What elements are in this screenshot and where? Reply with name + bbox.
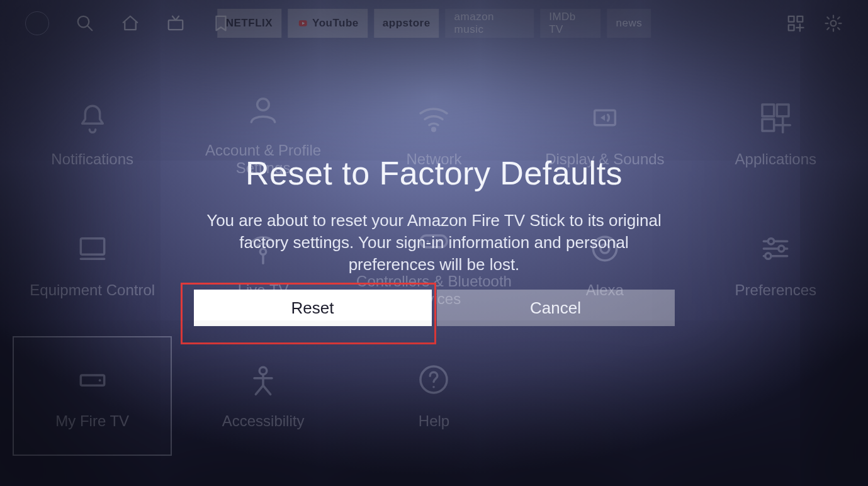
settings-tile-label: Equipment Control	[30, 281, 155, 299]
settings-tile-label: Applications	[735, 150, 816, 168]
settings-tile-label: My Fire TV	[55, 412, 129, 430]
wifi-icon	[416, 100, 451, 135]
svg-line-1	[87, 26, 93, 31]
svg-line-39	[263, 386, 271, 395]
svg-point-32	[765, 253, 771, 259]
svg-point-35	[259, 367, 267, 375]
app-chip[interactable]: YouTube	[288, 9, 368, 38]
svg-point-9	[831, 21, 837, 26]
svg-rect-18	[81, 239, 104, 255]
app-shortcuts: NETFLIXYouTubeappstoreamazon musicIMDb T…	[217, 9, 651, 38]
svg-rect-4	[789, 16, 794, 22]
svg-point-30	[769, 239, 774, 244]
home-icon[interactable]	[121, 14, 140, 33]
svg-point-31	[779, 246, 784, 252]
dialog-title: Reset to Factory Defaults	[176, 154, 692, 192]
svg-line-38	[256, 386, 263, 395]
settings-gear-icon[interactable]	[824, 14, 843, 33]
top-navigation: NETFLIXYouTubeappstoreamazon musicIMDb T…	[0, 11, 868, 35]
settings-tile[interactable]: Help	[354, 336, 514, 456]
bell-icon	[75, 100, 110, 135]
app-chip[interactable]: NETFLIX	[217, 9, 281, 38]
svg-rect-2	[169, 20, 183, 30]
dialog-body: You are about to reset your Amazon Fire …	[201, 210, 667, 276]
monitor-icon	[75, 231, 110, 266]
settings-tile[interactable]: My Fire TV	[13, 336, 172, 456]
settings-tile[interactable]: Preferences	[696, 205, 855, 325]
app-chip[interactable]: appstore	[374, 9, 439, 38]
svg-point-10	[257, 99, 269, 111]
settings-tile-label: Accessibility	[222, 412, 305, 430]
settings-tile[interactable]: Notifications	[13, 74, 172, 194]
cancel-button[interactable]: Cancel	[437, 290, 675, 326]
sliders-icon	[758, 231, 793, 266]
svg-point-11	[432, 128, 436, 132]
search-icon[interactable]	[76, 14, 94, 33]
apps-grid-icon[interactable]	[786, 14, 805, 33]
live-tv-icon[interactable]	[166, 14, 185, 33]
profile-avatar[interactable]	[25, 11, 49, 35]
settings-tile-label: Preferences	[735, 281, 816, 299]
dialog-button-row: Reset Cancel	[194, 290, 675, 326]
svg-point-34	[98, 380, 101, 382]
settings-tile[interactable]: Applications	[696, 74, 855, 194]
settings-tile[interactable]: Equipment Control	[13, 205, 172, 325]
app-chip[interactable]: IMDb TV	[540, 9, 600, 38]
svg-rect-5	[798, 16, 803, 22]
app-chip[interactable]: amazon music	[446, 9, 534, 38]
speaker-icon	[587, 100, 623, 135]
app-chip[interactable]: news	[607, 9, 651, 38]
settings-tile-label: Notifications	[51, 150, 133, 168]
reset-button[interactable]: Reset	[194, 290, 432, 326]
box-icon	[75, 362, 110, 397]
reset-dialog: Reset to Factory Defaults You are about …	[176, 154, 692, 276]
user-icon	[245, 91, 281, 127]
settings-tile-label: Help	[419, 412, 449, 430]
svg-rect-6	[789, 25, 794, 31]
help-icon	[416, 362, 451, 397]
svg-rect-14	[777, 105, 789, 116]
person-icon	[245, 362, 281, 397]
svg-rect-15	[762, 120, 774, 132]
svg-rect-13	[762, 105, 774, 116]
settings-tile[interactable]: Accessibility	[183, 336, 342, 456]
apps-icon	[758, 100, 793, 135]
